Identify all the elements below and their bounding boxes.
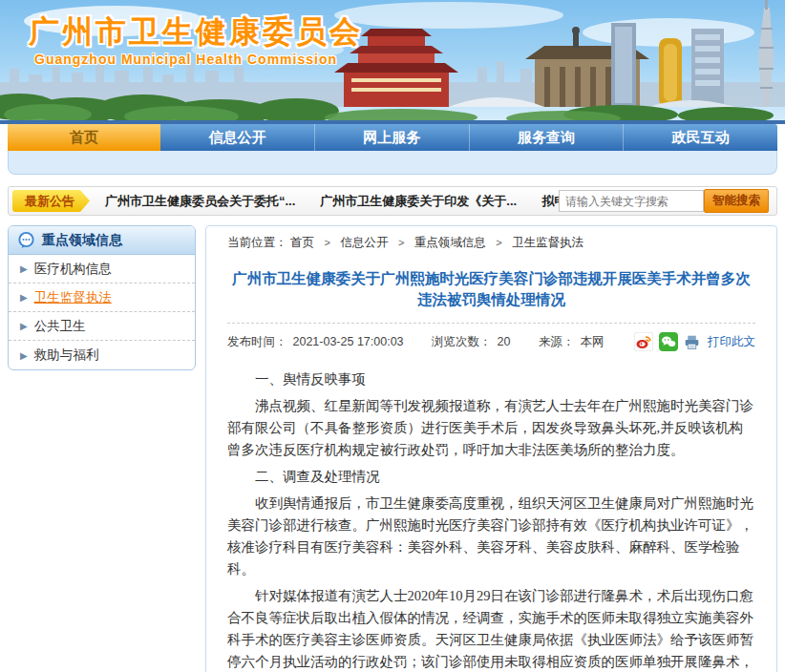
article-paragraph: 一、舆情反映事项 <box>227 368 755 390</box>
smart-search-button[interactable]: 智能搜索 <box>704 189 769 213</box>
site-title: 广州市卫生健康委员会 <box>29 11 363 53</box>
sidebar-item-label[interactable]: 医疗机构信息 <box>34 261 112 278</box>
breadcrumb-separator: > <box>496 237 501 248</box>
nav-tab-public-interaction[interactable]: 政民互动 <box>624 124 777 151</box>
article-body: 一、舆情反映事项 沸点视频、红星新闻等刊发视频报道称，有演艺人士去年在广州熙施时… <box>227 368 755 672</box>
chevron-right-icon: ▶ <box>20 350 28 361</box>
publish-time-value: 2021-03-25 17:00:03 <box>293 335 404 348</box>
article-paragraph: 沸点视频、红星新闻等刊发视频报道称，有演艺人士去年在广州熙施时光美容门诊部有限公… <box>227 395 755 461</box>
sidebar-header: 重点领域信息 <box>9 226 195 255</box>
site-subtitle: Guangzhou Municipal Health Commission <box>34 52 337 67</box>
article-paragraph: 收到舆情通报后，市卫生健康委高度重视，组织天河区卫生健康局对广州熙施时光美容门诊… <box>227 493 755 580</box>
views-label: 浏览次数： <box>432 335 492 348</box>
sidebar-key-fields: 重点领域信息 ▶ 医疗机构信息 ▶ 卫生监督执法 ▶ 公共卫生 ▶ 救助与福利 <box>8 225 196 370</box>
breadcrumb-health-supervision[interactable]: 卫生监督执法 <box>512 236 583 249</box>
breadcrumb-prefix: 当前位置： <box>227 236 287 249</box>
nav-tab-home[interactable]: 首页 <box>8 124 160 151</box>
sidebar-item-label[interactable]: 公共卫生 <box>34 318 86 335</box>
announcement-bar: 最新公告 广州市卫生健康委员会关于委托“... 广州市卫生健康委关于印发《关于.… <box>8 186 777 216</box>
source-label: 来源： <box>539 335 575 348</box>
breadcrumb-separator: > <box>324 237 329 248</box>
sidebar-title: 重点领域信息 <box>42 232 122 249</box>
header-banner: 广州市卫生健康委员会 Guangzhou Municipal Health Co… <box>0 0 785 124</box>
publish-time-label: 发布时间： <box>227 335 287 348</box>
nav-tab-info-disclosure[interactable]: 信息公开 <box>160 124 315 151</box>
sidebar-item-medical-institutions[interactable]: ▶ 医疗机构信息 <box>9 255 195 284</box>
weibo-share-icon[interactable] <box>634 332 653 351</box>
main-nav: 首页 信息公开 网上服务 服务查询 政民互动 <box>8 124 777 151</box>
chevron-right-icon: ▶ <box>20 292 28 303</box>
nav-tab-service-query[interactable]: 服务查询 <box>470 124 625 151</box>
source-value: 本网 <box>580 335 604 348</box>
sidebar-item-health-supervision[interactable]: ▶ 卫生监督执法 <box>9 284 195 312</box>
article-paragraph: 二、调查及处理情况 <box>227 466 755 488</box>
chevron-right-icon: ▶ <box>20 321 28 331</box>
announcement-links: 广州市卫生健康委员会关于委托“... 广州市卫生健康委关于印发《关于... 拟申… <box>90 193 559 210</box>
sub-nav-bar <box>8 151 777 175</box>
breadcrumb-key-fields[interactable]: 重点领域信息 <box>414 236 486 249</box>
main-layout: 重点领域信息 ▶ 医疗机构信息 ▶ 卫生监督执法 ▶ 公共卫生 ▶ 救助与福利 … <box>8 225 777 672</box>
views-value: 20 <box>498 335 511 348</box>
article-title: 广州市卫生健康委关于广州熙施时光医疗美容门诊部违规开展医美手术并曾多次违法被罚舆… <box>227 268 755 310</box>
article-meta-left: 发布时间：2021-03-25 17:00:03 浏览次数：20 来源：本网 <box>227 334 609 350</box>
breadcrumb-separator: > <box>398 237 404 248</box>
wechat-share-icon[interactable] <box>659 332 678 351</box>
sidebar-item-public-health[interactable]: ▶ 公共卫生 <box>9 312 195 341</box>
announcement-link-2[interactable]: 广州市卫生健康委关于印发《关于... <box>320 193 517 210</box>
content-panel: 当前位置： 首页 > 信息公开 > 重点领域信息 > 卫生监督执法 广州市卫生健… <box>205 225 777 672</box>
chevron-right-icon: ▶ <box>20 263 28 274</box>
sidebar-item-label[interactable]: 救助与福利 <box>34 346 99 364</box>
search-input[interactable] <box>559 190 704 212</box>
announcement-link-3[interactable]: 拟申请设置广州希玛林顺潮眼科 <box>541 193 559 210</box>
printer-icon[interactable] <box>684 334 700 350</box>
search-box: 智能搜索 <box>559 189 769 213</box>
print-article-link[interactable]: 打印此文 <box>708 334 755 350</box>
breadcrumb: 当前位置： 首页 > 信息公开 > 重点领域信息 > 卫生监督执法 <box>227 226 755 257</box>
sidebar-item-aid-welfare[interactable]: ▶ 救助与福利 <box>9 341 195 369</box>
speech-bubble-icon <box>17 231 35 249</box>
latest-announcement-badge[interactable]: 最新公告 <box>12 190 90 212</box>
article-meta-right: 打印此文 <box>634 332 755 351</box>
announcement-link-1[interactable]: 广州市卫生健康委员会关于委托“... <box>105 193 295 210</box>
breadcrumb-home[interactable]: 首页 <box>290 236 314 249</box>
breadcrumb-info-disclosure[interactable]: 信息公开 <box>340 236 388 249</box>
sidebar-item-label[interactable]: 卫生监督执法 <box>34 289 112 306</box>
article-meta: 发布时间：2021-03-25 17:00:03 浏览次数：20 来源：本网 <box>227 324 755 359</box>
article-paragraph: 针对媒体报道有演艺人士2020年10月29日在该门诊部进行隆鼻术，术后出现伤口愈… <box>227 585 755 672</box>
nav-tab-online-services[interactable]: 网上服务 <box>315 124 470 151</box>
